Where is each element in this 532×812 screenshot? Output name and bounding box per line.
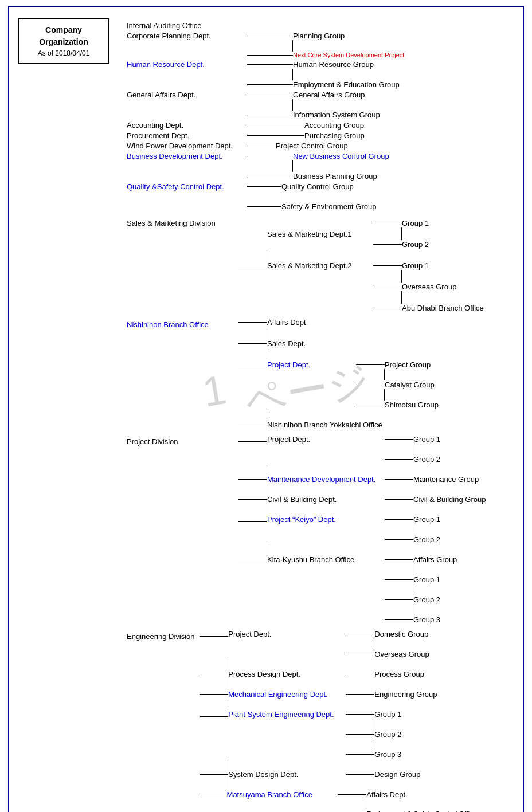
- process-design-dept-label: Process Design Dept.: [228, 670, 346, 678]
- business-planning-group-label: Business Planning Group: [293, 172, 377, 181]
- plant-system-dept-label: Plant System Engineering Dept.: [228, 710, 346, 719]
- nishinihon-project-dept-label: Project Dept.: [267, 360, 356, 369]
- civil-building-dept-label: Civil & Building Dept.: [267, 495, 385, 504]
- human-resource-dept-label: Human Resource Dept.: [127, 60, 247, 69]
- eng-project-dept-label: Project Dept.: [228, 630, 346, 638]
- project-control-group-label: Project Control Group: [276, 142, 348, 150]
- wind-power-section: Wind Power Development Dept. Project Con…: [127, 142, 517, 150]
- quality-control-group-label: Quality Control Group: [281, 182, 354, 191]
- project-div-label: Project Division: [127, 437, 178, 446]
- nishinihon-section: Nishinihon Branch Office Affairs Dept. S…: [127, 318, 517, 429]
- engineering-group-label: Engineering Group: [374, 690, 437, 699]
- business-dev-dept-label: Business Development Dept.: [127, 152, 247, 160]
- accounting-group-label: Accounting Group: [304, 121, 364, 130]
- matsuyama-label: Matsuyama Branch Office: [227, 790, 338, 799]
- general-affairs-group-label: General Affairs Group: [293, 91, 365, 99]
- corporate-planning-label: Corporate Planning Dept.: [127, 32, 247, 40]
- human-resource-section: Human Resource Dept. Human Resource Grou…: [127, 60, 517, 89]
- general-affairs-dept-label: General Affairs Dept.: [127, 91, 247, 99]
- business-dev-section: Business Development Dept. New Business …: [127, 152, 517, 181]
- eng-overseas-group-label: Overseas Group: [374, 650, 429, 658]
- sm-d2-abudhabi-label: Abu Dhabi Branch Office: [402, 304, 484, 312]
- kita-kyushu-label: Kita-Kyushu Branch Office: [267, 555, 385, 564]
- system-design-dept-label: System Design Dept.: [228, 770, 346, 779]
- title-line2: Organization: [25, 36, 103, 48]
- procurement-dept-label: Procurement Dept.: [127, 131, 247, 140]
- sm-d2-g1-label: Group 1: [402, 261, 429, 270]
- project-division-section: Project Division Project Dept. Group 1: [127, 435, 517, 624]
- sm-d2-overseas-label: Overseas Group: [402, 283, 456, 291]
- title-box: Company Organization As of 2018/04/01: [18, 18, 109, 64]
- accounting-section: Accounting Dept. Accounting Group: [127, 121, 517, 130]
- catalyst-group-label: Catalyst Group: [385, 380, 435, 389]
- quality-safety-dept-label: Quality &Safety Control Dept.: [127, 182, 247, 191]
- nishinihon-div-container: Nishinihon Branch Office: [127, 318, 238, 329]
- proj-div-g1-label: Group 1: [413, 435, 440, 444]
- sm-d1-g2-label: Group 2: [402, 240, 429, 249]
- accounting-dept-label: Accounting Dept.: [127, 121, 247, 130]
- kita-g1-label: Group 1: [413, 575, 440, 584]
- sales-marketing-vline-block: Sales & Marketing Dept.1 Group 1: [238, 217, 484, 312]
- plant-g1-label: Group 1: [374, 710, 401, 719]
- title-date: As of 2018/04/01: [25, 48, 103, 58]
- engineering-div-depts-block: Project Dept. Domestic Group Overseas Gr…: [200, 630, 517, 812]
- wind-power-dept-label: Wind Power Development Dept.: [127, 142, 247, 150]
- eng-domestic-group-label: Domestic Group: [374, 630, 428, 638]
- matsuyama-affairs-label: Affairs Dept.: [366, 790, 407, 799]
- keiyo-g1-label: Group 1: [413, 515, 440, 524]
- purchasing-group-label: Purchasing Group: [304, 131, 365, 140]
- process-group-label: Process Group: [374, 670, 424, 678]
- general-affairs-section: General Affairs Dept. General Affairs Gr…: [127, 91, 517, 119]
- sales-marketing-division-section: Sales & Marketing Division Sales & Marke…: [127, 217, 517, 312]
- maintenance-dev-dept-label: Maintenance Development Dept.: [267, 475, 385, 484]
- org-chart: Internal Auditing Office Corporate Plann…: [127, 13, 517, 812]
- plant-g3-label: Group 3: [374, 750, 401, 759]
- project-div-depts-block: Project Dept. Group 1 Group 2: [238, 435, 486, 624]
- sales-marketing-dept1-label: Sales & Marketing Dept.1: [267, 230, 373, 238]
- planning-group-label: Planning Group: [293, 32, 345, 40]
- mechanical-eng-dept-label: Mechanical Engineering Dept.: [228, 690, 346, 699]
- engineering-div-container: Engineering Division: [127, 630, 200, 641]
- project-group-label: Project Group: [385, 360, 431, 369]
- human-resource-group-label: Human Resource Group: [293, 60, 374, 69]
- yokkaichi-office-label: Nishinihon Branch Yokkaichi Office: [267, 421, 382, 429]
- nishinihon-affairs-dept-label: Affairs Dept.: [267, 318, 308, 327]
- kita-g3-label: Group 3: [413, 615, 440, 624]
- engineering-div-label: Engineering Division: [127, 632, 195, 641]
- corporate-planning-section: Corporate Planning Dept. Planning Group …: [127, 32, 517, 58]
- plant-g2-label: Group 2: [374, 730, 401, 739]
- maintenance-group-label: Maintenance Group: [413, 475, 479, 484]
- internal-auditing-label: Internal Auditing Office: [127, 21, 202, 30]
- next-core-label: Next Core System Development Project: [293, 52, 404, 58]
- title-line1: Company: [25, 24, 103, 36]
- sales-marketing-div-container: Sales & Marketing Division: [127, 217, 238, 227]
- new-business-control-label: New Business Control Group: [293, 152, 389, 160]
- info-system-group-label: Information System Group: [293, 111, 380, 119]
- project-div-container: Project Division: [127, 435, 238, 446]
- design-group-label: Design Group: [374, 770, 420, 779]
- sales-marketing-div-label: Sales & Marketing Division: [127, 219, 216, 227]
- nishinihon-depts-block: Affairs Dept. Sales Dept. Project Dept.: [238, 318, 439, 429]
- procurement-section: Procurement Dept. Purchasing Group: [127, 131, 517, 140]
- project-div-dept-label: Project Dept.: [267, 435, 385, 444]
- quality-safety-section: Quality &Safety Control Dept. Quality Co…: [127, 182, 517, 211]
- engineering-division-section: Engineering Division Project Dept. Domes…: [127, 630, 517, 812]
- internal-auditing-row: Internal Auditing Office: [127, 21, 517, 30]
- keiyo-dept-label: Project “Keiyo” Dept.: [267, 515, 385, 524]
- nishinihon-label: Nishinihon Branch Office: [127, 320, 209, 329]
- sm-d1-g1-label: Group 1: [402, 219, 429, 227]
- nishinihon-sales-dept-label: Sales Dept.: [267, 339, 306, 348]
- keiyo-g2-label: Group 2: [413, 535, 440, 544]
- proj-div-g2-label: Group 2: [413, 455, 440, 464]
- safety-environment-group-label: Safety & Environment Group: [281, 202, 376, 211]
- employment-education-label: Employment & Education Group: [293, 80, 400, 89]
- kita-affairs-group-label: Affairs Group: [413, 555, 457, 564]
- shimotsu-group-label: Shimotsu Group: [385, 401, 439, 409]
- kita-g2-label: Group 2: [413, 595, 440, 604]
- sales-marketing-dept2-label: Sales & Marketing Dept.2: [267, 261, 373, 270]
- civil-building-group-label: Civil & Building Group: [413, 495, 486, 504]
- page: Company Organization As of 2018/04/01 1 …: [8, 6, 524, 812]
